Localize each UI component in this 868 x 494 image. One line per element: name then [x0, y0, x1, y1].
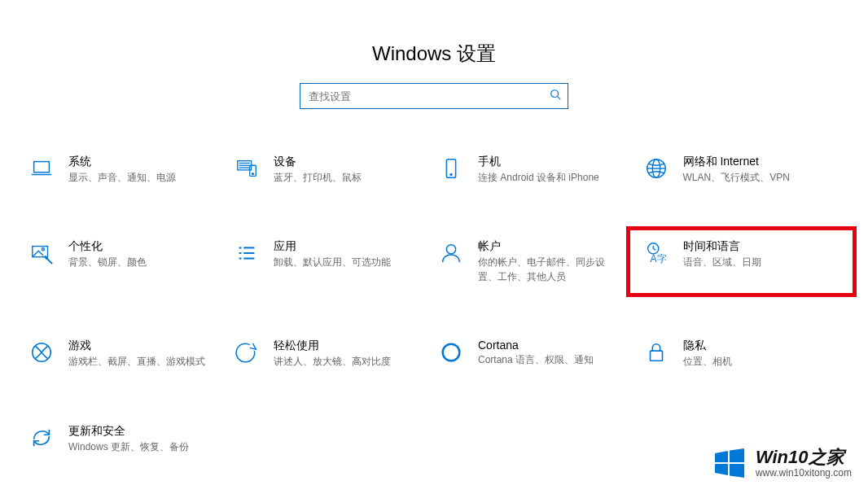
tile-title: 手机: [478, 155, 599, 169]
tile-ease-of-access[interactable]: 轻松使用 讲述人、放大镜、高对比度: [230, 334, 435, 374]
page-title: Windows 设置: [0, 0, 868, 83]
tile-desc: 讲述人、放大镜、高对比度: [274, 355, 391, 369]
tile-accounts[interactable]: 帐户 你的帐户、电子邮件、同步设置、工作、其他人员: [434, 234, 639, 289]
tile-title: 隐私: [683, 339, 732, 353]
tile-desc: Cortana 语言、权限、通知: [478, 353, 594, 367]
lock-icon: [642, 339, 670, 366]
cortana-icon: [437, 339, 465, 366]
tile-desc: 背景、锁屏、颜色: [68, 256, 147, 269]
tile-phone[interactable]: 手机 连接 Android 设备和 iPhone: [434, 150, 639, 190]
svg-point-11: [450, 174, 452, 176]
svg-marker-33: [715, 464, 728, 475]
svg-point-9: [252, 173, 253, 175]
svg-rect-30: [650, 351, 662, 361]
tile-desc: 位置、相机: [683, 355, 732, 369]
update-icon: [28, 424, 55, 452]
watermark-url: www.win10xitong.com: [756, 468, 852, 479]
personalization-icon: [28, 239, 55, 267]
tile-cortana[interactable]: Cortana Cortana 语言、权限、通知: [434, 334, 639, 374]
tile-devices[interactable]: 设备 蓝牙、打印机、鼠标: [230, 150, 435, 190]
laptop-icon: [28, 155, 55, 182]
tile-privacy[interactable]: 隐私 位置、相机: [639, 334, 844, 374]
tile-desc: 你的帐户、电子邮件、同步设置、工作、其他人员: [478, 256, 616, 284]
xbox-icon: [28, 339, 55, 366]
globe-icon: [642, 155, 670, 182]
highlight-box: [626, 226, 857, 297]
svg-rect-2: [34, 162, 50, 173]
phone-icon: [437, 155, 465, 182]
tile-gaming[interactable]: 游戏 游戏栏、截屏、直播、游戏模式: [24, 334, 230, 374]
watermark-title: Win10之家: [756, 448, 852, 467]
svg-marker-34: [730, 464, 744, 478]
tile-apps[interactable]: 应用 卸载、默认应用、可选功能: [230, 234, 435, 289]
tile-title: 游戏: [68, 339, 205, 353]
search-box[interactable]: [300, 83, 568, 109]
tile-time-language[interactable]: A字 时间和语言 语音、区域、日期: [639, 234, 844, 289]
svg-line-1: [558, 97, 561, 100]
tile-title: 个性化: [68, 239, 147, 254]
search-input[interactable]: [307, 90, 550, 103]
tile-desc: Windows 更新、恢复、备份: [68, 440, 189, 454]
settings-grid: 系统 显示、声音、通知、电源 设备 蓝牙、打印机、鼠标: [0, 150, 868, 459]
tile-title: 设备: [274, 155, 362, 169]
settings-window: Windows 设置 系统 显示、声音、通知、电源: [0, 0, 868, 494]
tile-system[interactable]: 系统 显示、声音、通知、电源: [24, 150, 230, 190]
tile-title: Cortana: [478, 339, 594, 352]
watermark: Win10之家 www.win10xitong.com: [712, 445, 852, 481]
apps-icon: [233, 239, 261, 267]
svg-point-0: [551, 90, 559, 98]
tile-title: 应用: [274, 239, 391, 254]
svg-point-16: [42, 248, 44, 251]
person-icon: [437, 239, 465, 267]
tile-desc: 蓝牙、打印机、鼠标: [274, 171, 362, 185]
svg-point-29: [443, 344, 460, 361]
tile-title: 更新和安全: [68, 424, 189, 439]
tile-desc: 连接 Android 设备和 iPhone: [478, 171, 599, 185]
search-wrap: [0, 83, 868, 109]
tile-update-security[interactable]: 更新和安全 Windows 更新、恢复、备份: [24, 419, 230, 459]
svg-marker-31: [715, 451, 728, 462]
tile-desc: 卸载、默认应用、可选功能: [274, 256, 391, 269]
tile-personalization[interactable]: 个性化 背景、锁屏、颜色: [24, 234, 230, 289]
ease-of-access-icon: [233, 339, 261, 366]
tile-desc: 显示、声音、通知、电源: [68, 171, 176, 185]
windows-logo-icon: [712, 445, 747, 481]
tile-desc: WLAN、飞行模式、VPN: [683, 171, 790, 185]
tile-desc: 游戏栏、截屏、直播、游戏模式: [68, 355, 205, 369]
svg-marker-32: [730, 448, 744, 462]
search-icon: [550, 89, 561, 103]
svg-point-23: [446, 245, 455, 254]
devices-icon: [233, 155, 261, 182]
tile-title: 网络和 Internet: [683, 155, 790, 169]
tile-title: 帐户: [478, 239, 616, 254]
tile-title: 轻松使用: [274, 339, 391, 353]
tile-title: 系统: [68, 155, 176, 169]
tile-network[interactable]: 网络和 Internet WLAN、飞行模式、VPN: [639, 150, 844, 190]
